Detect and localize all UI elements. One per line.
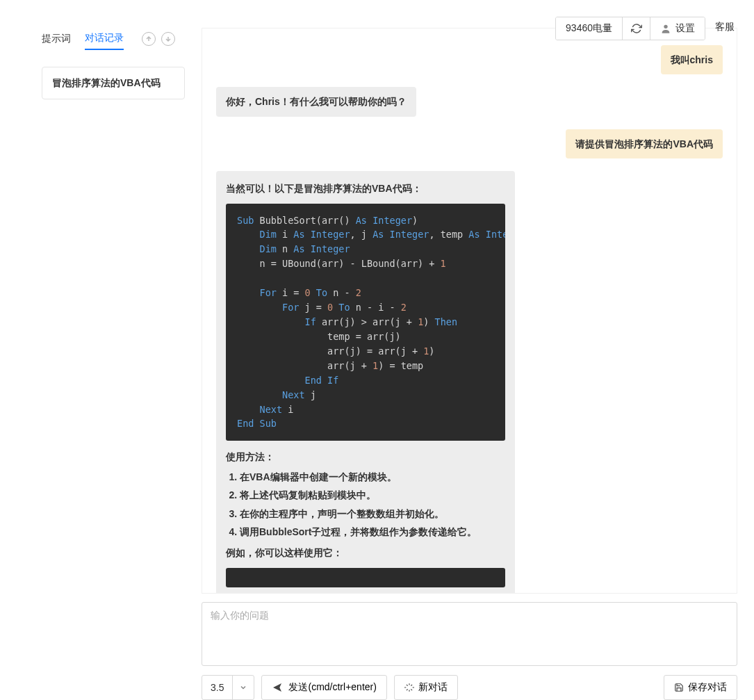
- arrow-up-icon[interactable]: [142, 32, 156, 46]
- kefu-button[interactable]: 客服: [712, 17, 737, 40]
- send-icon: [272, 682, 283, 693]
- model-select[interactable]: 3.5: [202, 675, 254, 700]
- tab-prompt[interactable]: 提示词: [42, 29, 71, 49]
- list-item: 将上述代码复制粘贴到模块中。: [240, 487, 505, 503]
- sparkle-icon: [404, 683, 414, 692]
- messages-pane: 我叫chris 你好，Chris！有什么我可以帮助你的吗？ 请提供冒泡排序算法的…: [202, 28, 737, 594]
- list-item: 在VBA编辑器中创建一个新的模块。: [240, 469, 505, 485]
- chat-input[interactable]: [202, 602, 737, 666]
- new-chat-label: 新对话: [418, 681, 448, 694]
- list-item: 调用BubbleSort子过程，并将数组作为参数传递给它。: [240, 524, 505, 539]
- tab-history[interactable]: 对话记录: [85, 28, 124, 50]
- chevron-down-icon: [232, 676, 254, 699]
- svg-point-0: [664, 25, 667, 29]
- settings-button[interactable]: 设置: [650, 17, 705, 40]
- code-block: [226, 568, 505, 587]
- arrow-down-icon[interactable]: [161, 32, 175, 46]
- usage-title: 使用方法：: [226, 449, 505, 464]
- ai-message: 当然可以！以下是冒泡排序算法的VBA代码： Sub BubbleSort(arr…: [216, 171, 515, 594]
- settings-label: 设置: [675, 22, 695, 35]
- user-message: 请提供冒泡排序算法的VBA代码: [566, 129, 723, 158]
- ai-message: 你好，Chris！有什么我可以帮助你的吗？: [216, 87, 416, 116]
- new-chat-button[interactable]: 新对话: [394, 675, 458, 700]
- save-label: 保存对话: [688, 681, 727, 694]
- list-item: 在你的主程序中，声明一个整数数组并初始化。: [240, 506, 505, 521]
- save-icon: [674, 683, 684, 692]
- usage-list: 在VBA编辑器中创建一个新的模块。 将上述代码复制粘贴到模块中。 在你的主程序中…: [226, 469, 505, 540]
- user-message: 我叫chris: [661, 45, 723, 74]
- quota-display: 93460电量: [556, 17, 622, 40]
- ai-intro: 当然可以！以下是冒泡排序算法的VBA代码：: [226, 181, 505, 196]
- conversation-item[interactable]: 冒泡排序算法的VBA代码: [42, 67, 185, 99]
- send-button[interactable]: 发送(cmd/ctrl+enter): [261, 675, 386, 700]
- example-title: 例如，你可以这样使用它：: [226, 545, 505, 560]
- save-button[interactable]: 保存对话: [664, 675, 737, 700]
- refresh-button[interactable]: [622, 17, 650, 40]
- model-label: 3.5: [202, 682, 232, 693]
- send-label: 发送(cmd/ctrl+enter): [288, 681, 376, 694]
- code-block: Sub BubbleSort(arr() As Integer) Dim i A…: [226, 204, 505, 441]
